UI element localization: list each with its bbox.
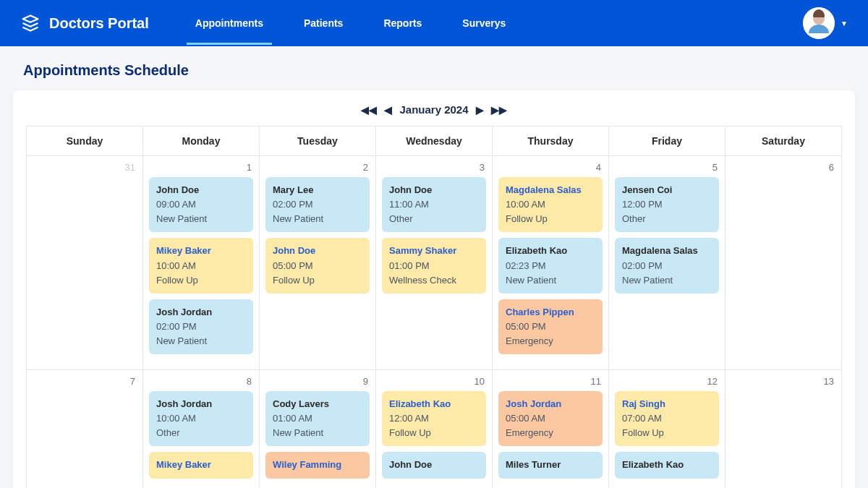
appointment-reason: Emergency	[506, 426, 595, 440]
day-cell[interactable]: 9Cody Lavers01:00 AMNew PatientWiley Fam…	[260, 370, 376, 489]
day-number: 9	[265, 376, 370, 391]
appointment-time: 02:00 PM	[622, 259, 712, 273]
nav-patients[interactable]: Patients	[301, 1, 346, 45]
appointment-card[interactable]: Josh Jordan05:00 AMEmergency	[498, 391, 603, 446]
appointment-reason: New Patient	[506, 273, 595, 288]
day-cell[interactable]: 10Elizabeth Kao12:00 AMFollow UpJohn Doe	[376, 370, 493, 489]
day-cell[interactable]: 7	[27, 370, 143, 489]
day-number: 13	[731, 376, 835, 391]
month-nav: ◀◀ ◀ January 2024 ▶ ▶▶	[13, 103, 855, 126]
appointment-patient-name: John Doe	[389, 183, 479, 197]
prev-month-button[interactable]: ◀	[384, 105, 392, 115]
appointment-time: 02:00 PM	[156, 320, 246, 334]
day-number: 12	[615, 376, 719, 391]
appointment-card[interactable]: Magdalena Salas02:00 PMNew Patient	[615, 238, 719, 293]
appointment-card[interactable]: Josh Jordan02:00 PMNew Patient	[149, 299, 253, 354]
chevron-down-icon: ▼	[841, 20, 848, 27]
appointment-card[interactable]: John Doe11:00 AMOther	[382, 177, 486, 232]
nav-appointments[interactable]: Appointments	[192, 1, 266, 45]
appointment-time: 07:00 AM	[622, 411, 712, 426]
day-number: 7	[33, 376, 137, 391]
appointment-card[interactable]: Mikey Baker	[149, 452, 253, 478]
appointment-patient-name: Sammy Shaker	[389, 244, 479, 258]
stack-icon	[20, 13, 41, 33]
nav-links: Appointments Patients Reports Surverys	[192, 1, 509, 45]
appointment-card[interactable]: Magdalena Salas10:00 AMFollow Up	[498, 177, 603, 232]
nav-surveys[interactable]: Surverys	[459, 1, 509, 45]
appointment-card[interactable]: Elizabeth Kao	[615, 452, 719, 478]
day-number: 5	[615, 162, 719, 177]
appointment-reason: Other	[156, 426, 246, 440]
day-cell[interactable]: 31	[27, 156, 143, 370]
appointment-patient-name: Magdalena Salas	[622, 244, 712, 258]
appointment-time: 05:00 AM	[506, 411, 595, 426]
appointment-card[interactable]: Mikey Baker10:00 AMFollow Up	[149, 238, 253, 293]
day-cell[interactable]: 1John Doe09:00 AMNew PatientMikey Baker1…	[143, 156, 260, 370]
day-number: 2	[265, 162, 370, 177]
appointment-reason: New Patient	[273, 426, 362, 440]
day-cell[interactable]: 4Magdalena Salas10:00 AMFollow UpElizabe…	[493, 156, 609, 370]
appointment-patient-name: Elizabeth Kao	[622, 458, 712, 472]
appointment-patient-name: Charles Pippen	[506, 305, 595, 320]
appointment-patient-name: John Doe	[389, 458, 479, 472]
weekday-header: Tuesday	[260, 127, 376, 156]
day-cell[interactable]: 8Josh Jordan10:00 AMOtherMikey Baker	[143, 370, 260, 489]
calendar-card: ◀◀ ◀ January 2024 ▶ ▶▶ Sunday Monday Tue…	[13, 90, 855, 488]
appointment-time: 10:00 AM	[156, 411, 246, 426]
day-number: 3	[382, 162, 486, 177]
day-number: 10	[382, 376, 486, 391]
day-cell[interactable]: 3John Doe11:00 AMOtherSammy Shaker01:00 …	[376, 156, 493, 370]
day-cell[interactable]: 12Raj Singh07:00 AMFollow UpElizabeth Ka…	[609, 370, 726, 489]
appointment-card[interactable]: Raj Singh07:00 AMFollow Up	[615, 391, 719, 446]
weekday-header: Friday	[609, 127, 726, 156]
appointment-time: 02:23 PM	[506, 259, 595, 273]
day-cell[interactable]: 13	[726, 370, 842, 489]
appointment-card[interactable]: Josh Jordan10:00 AMOther	[149, 391, 253, 446]
next-year-button[interactable]: ▶▶	[491, 105, 507, 115]
appointment-card[interactable]: Elizabeth Kao02:23 PMNew Patient	[498, 238, 603, 293]
appointment-reason: New Patient	[622, 273, 712, 288]
appointment-patient-name: Elizabeth Kao	[389, 397, 479, 411]
appointment-reason: New Patient	[156, 212, 246, 226]
appointment-time: 05:00 PM	[506, 320, 595, 334]
appointment-card[interactable]: John Doe05:00 PMFollow Up	[265, 238, 370, 293]
day-number: 1	[149, 162, 253, 177]
day-cell[interactable]: 5Jensen Coi12:00 PMOtherMagdalena Salas0…	[609, 156, 726, 370]
appointment-time: 10:00 AM	[156, 259, 246, 273]
appointment-card[interactable]: Elizabeth Kao12:00 AMFollow Up	[382, 391, 486, 446]
appointment-time: 01:00 PM	[389, 259, 479, 273]
weekday-header: Thursday	[493, 127, 609, 156]
brand-title: Doctors Portal	[49, 15, 149, 32]
day-number: 4	[498, 162, 603, 177]
appointment-card[interactable]: John Doe09:00 AMNew Patient	[149, 177, 253, 232]
appointment-card[interactable]: John Doe	[382, 452, 486, 478]
weekday-header: Saturday	[726, 127, 842, 156]
day-number: 6	[731, 162, 835, 177]
next-month-button[interactable]: ▶	[476, 105, 484, 115]
prev-year-button[interactable]: ◀◀	[361, 105, 377, 115]
appointment-reason: Follow Up	[273, 273, 362, 288]
day-cell[interactable]: 2Mary Lee02:00 PMNew PatientJohn Doe05:0…	[260, 156, 376, 370]
appointment-patient-name: Cody Lavers	[273, 397, 362, 411]
day-number: 8	[149, 376, 253, 391]
appointment-card[interactable]: Jensen Coi12:00 PMOther	[615, 177, 719, 232]
appointment-patient-name: Josh Jordan	[506, 397, 595, 411]
appointment-patient-name: Jensen Coi	[622, 183, 712, 197]
appointment-patient-name: Wiley Famming	[273, 458, 362, 472]
appointment-card[interactable]: Cody Lavers01:00 AMNew Patient	[265, 391, 370, 446]
appointment-patient-name: Josh Jordan	[156, 397, 246, 411]
user-menu[interactable]: ▼	[803, 7, 848, 39]
day-cell[interactable]: 11Josh Jordan05:00 AMEmergencyMiles Turn…	[493, 370, 609, 489]
appointment-time: 09:00 AM	[156, 197, 246, 212]
appointment-time: 02:00 PM	[273, 197, 362, 212]
appointment-card[interactable]: Mary Lee02:00 PMNew Patient	[265, 177, 370, 232]
appointment-reason: Follow Up	[389, 426, 479, 440]
day-number: 31	[33, 162, 137, 177]
nav-reports[interactable]: Reports	[380, 1, 425, 45]
day-cell[interactable]: 6	[726, 156, 842, 370]
appointment-card[interactable]: Miles Turner	[498, 452, 603, 478]
appointment-card[interactable]: Charles Pippen05:00 PMEmergency	[498, 299, 603, 354]
appointment-reason: Wellness Check	[389, 273, 479, 288]
appointment-card[interactable]: Wiley Famming	[265, 452, 370, 478]
appointment-card[interactable]: Sammy Shaker01:00 PMWellness Check	[382, 238, 486, 293]
